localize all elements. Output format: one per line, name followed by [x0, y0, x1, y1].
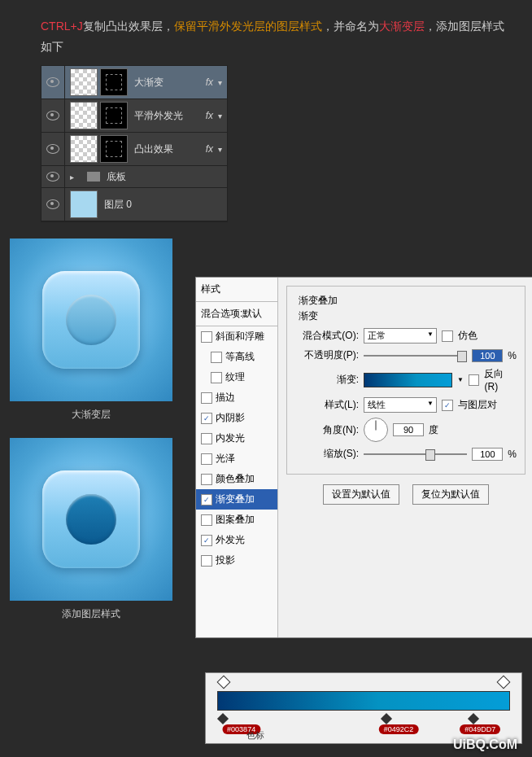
blend-mode-label: 混合模式(O): — [295, 329, 359, 343]
opacity-stop[interactable] — [217, 676, 231, 689]
stops-label: 色标 — [246, 729, 264, 742]
opacity-slider[interactable] — [364, 355, 467, 357]
chevron-right-icon[interactable]: ▸ — [70, 173, 74, 182]
chevron-down-icon[interactable]: ▼ — [457, 376, 464, 383]
dither-checkbox[interactable] — [442, 330, 453, 342]
eye-icon — [46, 77, 59, 87]
style-pattern-overlay[interactable]: 图案叠加 — [196, 510, 277, 530]
color-stop[interactable] — [469, 715, 479, 724]
layer-row[interactable]: 图层 0 — [41, 188, 227, 221]
layer-style-dialog: 样式 混合选项:默认 斜面和浮雕 等高线 纹理 描边 ✓内阴影 内发光 光泽 颜… — [195, 277, 532, 638]
style-texture[interactable]: 纹理 — [196, 367, 277, 387]
style-dropdown[interactable]: 线性 — [364, 397, 437, 413]
opacity-input[interactable]: 100 — [472, 349, 503, 362]
fx-indicator[interactable]: fx — [206, 77, 213, 88]
blend-options-header[interactable]: 混合选项:默认 — [196, 302, 277, 326]
layers-panel: 大渐变 fx ▾ 平滑外发光 fx ▾ 凸出效果 fx ▾ ▸ 底板 图层 0 — [41, 65, 228, 222]
layer-thumb[interactable] — [70, 102, 98, 129]
scale-slider[interactable] — [364, 453, 467, 455]
watermark: UiBQ.CoM — [453, 737, 517, 752]
fx-indicator[interactable]: fx — [206, 110, 213, 121]
layer-row[interactable]: 大渐变 fx ▾ — [41, 66, 227, 99]
checkbox[interactable] — [211, 372, 222, 383]
style-label: 样式(L): — [295, 398, 359, 412]
checkbox[interactable] — [201, 555, 212, 567]
dither-label: 仿色 — [458, 329, 477, 343]
set-default-button[interactable]: 设置为默认值 — [323, 484, 399, 505]
checkbox[interactable]: ✓ — [201, 413, 212, 424]
opacity-stop[interactable] — [496, 676, 510, 689]
styles-header[interactable]: 样式 — [196, 278, 277, 302]
style-contour[interactable]: 等高线 — [196, 347, 277, 367]
layer-mask[interactable] — [100, 135, 128, 163]
hex-badge: #049DD7 — [460, 724, 500, 734]
checkbox[interactable]: ✓ — [201, 494, 212, 505]
checkbox[interactable] — [201, 433, 212, 444]
angle-input[interactable]: 90 — [393, 423, 424, 436]
scale-label: 缩放(S): — [295, 447, 359, 461]
layer-name: 底板 — [100, 170, 227, 184]
layer-mask[interactable] — [100, 68, 128, 96]
angle-dial[interactable] — [364, 418, 388, 442]
checkbox[interactable] — [201, 514, 212, 526]
style-outer-glow[interactable]: ✓外发光 — [196, 530, 277, 550]
visibility-toggle[interactable] — [41, 188, 65, 221]
layer-row[interactable]: ▸ 底板 — [41, 166, 227, 188]
style-satin[interactable]: 光泽 — [196, 449, 277, 469]
style-inner-shadow[interactable]: ✓内阴影 — [196, 408, 277, 428]
layer-row[interactable]: 平滑外发光 fx ▾ — [41, 99, 227, 133]
checkbox[interactable] — [211, 352, 222, 363]
reverse-checkbox[interactable] — [469, 374, 480, 386]
style-inner-glow[interactable]: 内发光 — [196, 428, 277, 449]
checkbox[interactable] — [201, 331, 212, 343]
scale-input[interactable]: 100 — [472, 448, 503, 461]
eye-icon — [46, 199, 59, 209]
subgroup-label: 渐变 — [299, 309, 517, 323]
fx-indicator[interactable]: fx — [206, 143, 213, 155]
checkbox[interactable] — [201, 453, 212, 465]
visibility-toggle[interactable] — [41, 99, 65, 132]
blend-mode-dropdown[interactable]: 正常 — [364, 328, 437, 343]
layer-name: 凸出效果 — [128, 142, 206, 156]
layer-name: 图层 0 — [98, 198, 227, 212]
preview-caption: 大渐变层 — [10, 408, 172, 422]
style-list: 样式 混合选项:默认 斜面和浮雕 等高线 纹理 描边 ✓内阴影 内发光 光泽 颜… — [196, 278, 278, 637]
chevron-down-icon[interactable]: ▾ — [218, 145, 222, 154]
reset-default-button[interactable]: 复位为默认值 — [412, 484, 489, 505]
style-drop-shadow[interactable]: 投影 — [196, 550, 277, 571]
visibility-toggle[interactable] — [41, 66, 65, 98]
opacity-label: 不透明度(P): — [295, 348, 359, 362]
gradient-fieldset: 渐变叠加 渐变 混合模式(O): 正常 仿色 不透明度(P): 100 % 渐变… — [286, 286, 525, 475]
chevron-down-icon[interactable]: ▾ — [218, 78, 222, 87]
slider-thumb[interactable] — [457, 351, 467, 362]
align-checkbox[interactable]: ✓ — [442, 400, 453, 411]
folder-icon — [87, 172, 100, 182]
hex-badge: #0492C2 — [379, 724, 419, 734]
color-stop[interactable] — [382, 715, 392, 724]
layer-name: 大渐变 — [128, 76, 206, 90]
visibility-toggle[interactable] — [41, 166, 65, 187]
checkbox[interactable]: ✓ — [201, 535, 212, 546]
chevron-down-icon[interactable]: ▾ — [218, 112, 222, 120]
layer-name: 平滑外发光 — [128, 109, 206, 123]
slider-thumb[interactable] — [425, 449, 435, 461]
style-bevel[interactable]: 斜面和浮雕 — [196, 326, 277, 347]
layer-row[interactable]: 凸出效果 fx ▾ — [41, 133, 227, 166]
style-color-overlay[interactable]: 颜色叠加 — [196, 469, 277, 489]
gradient-swatch[interactable] — [364, 373, 452, 387]
checkbox[interactable] — [201, 392, 212, 404]
visibility-toggle[interactable] — [41, 133, 65, 165]
layer-mask[interactable] — [100, 102, 128, 129]
eye-icon — [46, 172, 59, 182]
layer-thumb[interactable] — [70, 190, 98, 218]
color-stop[interactable] — [219, 715, 229, 724]
layer-thumb[interactable] — [70, 135, 98, 163]
icon-circle — [66, 295, 116, 345]
align-label: 与图层对 — [458, 398, 497, 412]
style-gradient-overlay[interactable]: ✓渐变叠加 — [196, 489, 277, 510]
style-stroke[interactable]: 描边 — [196, 387, 277, 408]
gradient-bar[interactable]: #003874 #0492C2 #049DD7 — [217, 691, 510, 711]
checkbox[interactable] — [201, 474, 212, 485]
angle-label: 角度(N): — [295, 423, 359, 437]
layer-thumb[interactable] — [70, 68, 98, 96]
